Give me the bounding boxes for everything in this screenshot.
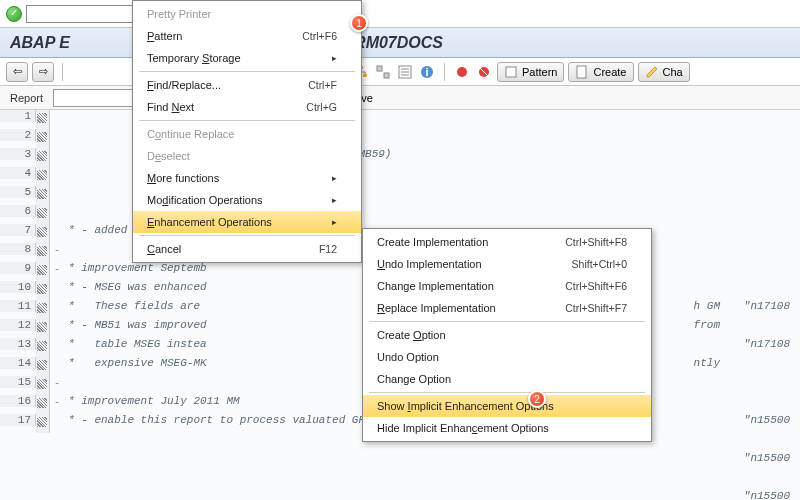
code-line[interactable]: 5 xyxy=(0,186,800,205)
line-number: 5 xyxy=(0,186,36,198)
menu-separator xyxy=(139,235,355,236)
fold-toggle[interactable]: - xyxy=(50,243,64,256)
menu-item-label: Cancel xyxy=(147,243,319,255)
change-marker xyxy=(36,357,50,376)
line-number: 10 xyxy=(0,281,36,293)
change-marker xyxy=(36,319,50,338)
code-line[interactable]: 2 xyxy=(0,129,800,148)
nav-back-button[interactable]: ⇦ xyxy=(6,62,28,82)
change-marker xyxy=(36,224,50,243)
menu-item-create-implementation[interactable]: Create ImplementationCtrl+Shift+F8 xyxy=(363,231,651,253)
menu-item-label: Enhancement Operations xyxy=(147,216,324,228)
menu-item-label: Create Option xyxy=(377,329,627,341)
menu-item-hide-implicit-enhancement-options[interactable]: Hide Implicit Enhancement Options xyxy=(363,417,651,439)
fold-toggle[interactable]: - xyxy=(50,262,64,275)
fold-toggle[interactable]: - xyxy=(50,395,64,408)
code-fragment: from xyxy=(694,319,720,331)
menu-item-undo-option[interactable]: Undo Option xyxy=(363,346,651,368)
menu-item-label: Replace Implementation xyxy=(377,302,565,314)
menu-item-label: Show Implicit Enhancement Options xyxy=(377,400,627,412)
menu-item-cancel[interactable]: CancelF12 xyxy=(133,238,361,260)
code-line[interactable]: 1 xyxy=(0,110,800,129)
menu-item-label: Create Implementation xyxy=(377,236,565,248)
menu-item-label: Temporary Storage xyxy=(147,52,324,64)
menu-item-label: Deselect xyxy=(147,150,337,162)
menu-item-label: Hide Implicit Enhancement Options xyxy=(377,422,627,434)
menu-item-shortcut: Ctrl+Shift+F8 xyxy=(565,236,627,248)
svg-rect-18 xyxy=(506,67,516,77)
menu-item-find-replace-[interactable]: Find/Replace...Ctrl+F xyxy=(133,74,361,96)
change-marker xyxy=(36,262,50,281)
app-title-left: ABAP E xyxy=(10,34,70,52)
annotation-2: 2 xyxy=(528,390,546,408)
status-ok-icon xyxy=(6,6,22,22)
line-number: 14 xyxy=(0,357,36,369)
menu-item-continue-replace: Continue Replace xyxy=(133,123,361,145)
menu-item-change-implementation[interactable]: Change ImplementationCtrl+Shift+F6 xyxy=(363,275,651,297)
menu-item-replace-implementation[interactable]: Replace ImplementationCtrl+Shift+F7 xyxy=(363,297,651,319)
menu-item-label: Undo Option xyxy=(377,351,627,363)
menu-separator xyxy=(139,71,355,72)
menu-item-shortcut: F12 xyxy=(319,243,337,255)
svg-rect-6 xyxy=(363,74,367,77)
menu-item-change-option[interactable]: Change Option xyxy=(363,368,651,390)
menu-item-undo-implementation[interactable]: Undo ImplementationShift+Ctrl+0 xyxy=(363,253,651,275)
menu-item-find-next[interactable]: Find NextCtrl+G xyxy=(133,96,361,118)
info-icon[interactable]: i xyxy=(418,63,436,81)
menu-item-label: Change Option xyxy=(377,373,627,385)
menu-item-create-option[interactable]: Create Option xyxy=(363,324,651,346)
menu-item-label: Pattern xyxy=(147,30,302,42)
menu-item-show-implicit-enhancement-options[interactable]: Show Implicit Enhancement Options xyxy=(363,395,651,417)
breakpoint-del-icon[interactable] xyxy=(475,63,493,81)
menu-item-enhancement-operations[interactable]: Enhancement Operations xyxy=(133,211,361,233)
menu-item-deselect: Deselect xyxy=(133,145,361,167)
change-marker xyxy=(36,129,50,148)
line-number: 8 xyxy=(0,243,36,255)
menu-item-label: Find/Replace... xyxy=(147,79,308,91)
change-marker xyxy=(36,148,50,167)
change-marker xyxy=(36,395,50,414)
where-used-icon[interactable] xyxy=(374,63,392,81)
change-marker xyxy=(36,414,50,433)
menu-item-label: More functions xyxy=(147,172,324,184)
pattern-button[interactable]: Pattern xyxy=(497,62,564,82)
svg-point-15 xyxy=(457,67,467,77)
system-toolbar xyxy=(0,0,800,28)
menu-item-more-functions[interactable]: More functions xyxy=(133,167,361,189)
code-line[interactable]: 4 uments xyxy=(0,167,800,186)
line-number: 3 xyxy=(0,148,36,160)
line-number: 1 xyxy=(0,110,36,122)
menu-item-pattern[interactable]: PatternCtrl+F6 xyxy=(133,25,361,47)
code-line[interactable]: 6"n17108 xyxy=(0,205,800,224)
line-number: 15 xyxy=(0,376,36,388)
menu-separator xyxy=(139,120,355,121)
breakpoint-set-icon[interactable] xyxy=(453,63,471,81)
fold-toggle[interactable]: - xyxy=(50,376,64,389)
create-button[interactable]: Create xyxy=(568,62,633,82)
menu-item-label: Undo Implementation xyxy=(377,258,572,270)
report-row: Report Active xyxy=(0,86,800,110)
create-button-label: Create xyxy=(593,66,626,78)
change-marker xyxy=(36,300,50,319)
line-number: 4 xyxy=(0,167,36,179)
change-button-label: Cha xyxy=(663,66,683,78)
menu-item-modification-operations[interactable]: Modification Operations xyxy=(133,189,361,211)
change-marker xyxy=(36,281,50,300)
change-marker xyxy=(36,243,50,262)
line-number: 6 xyxy=(0,205,36,217)
menu-item-temporary-storage[interactable]: Temporary Storage xyxy=(133,47,361,69)
code-line[interactable]: 3 nd replacing also MB59) xyxy=(0,148,800,167)
change-marker xyxy=(36,205,50,224)
menu-item-shortcut: Ctrl+Shift+F7 xyxy=(565,302,627,314)
line-number: 17 xyxy=(0,414,36,426)
svg-rect-8 xyxy=(384,73,389,78)
edit-context-menu: Pretty PrinterPatternCtrl+F6Temporary St… xyxy=(132,0,362,263)
menu-item-shortcut: Ctrl+F6 xyxy=(302,30,337,42)
line-number: 11 xyxy=(0,300,36,312)
display-list-icon[interactable] xyxy=(396,63,414,81)
report-label: Report xyxy=(10,92,43,104)
nav-fwd-button[interactable]: ⇨ xyxy=(32,62,54,82)
change-marker xyxy=(36,186,50,205)
line-tag: "n15500 xyxy=(744,490,790,500)
change-button[interactable]: Cha xyxy=(638,62,690,82)
